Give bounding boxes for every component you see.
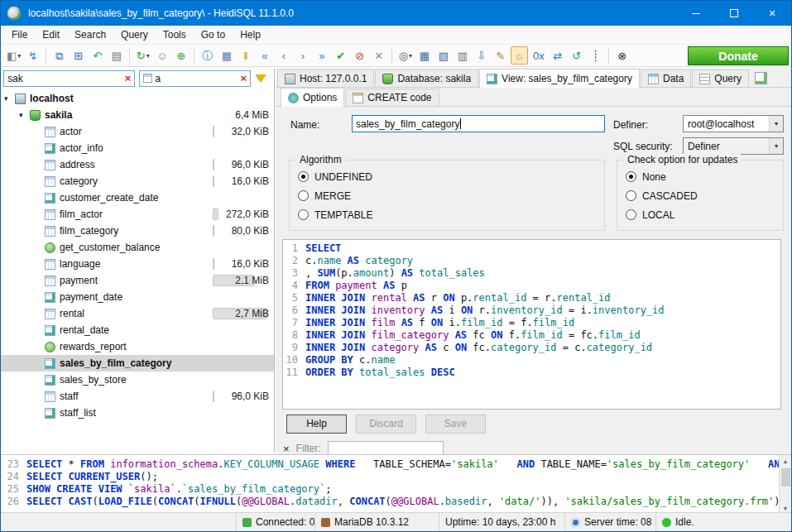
definer-select[interactable]: root@localhost ▾: [683, 115, 784, 132]
tree-item-actor-info[interactable]: actor_info: [1, 140, 274, 156]
chevron-down-icon[interactable]: ▾: [769, 116, 783, 132]
menu-search[interactable]: Search: [67, 26, 113, 43]
tree-item-payment[interactable]: payment2,1 MiB: [1, 272, 274, 289]
undo-icon[interactable]: ↶: [89, 46, 106, 65]
tree-item-rental[interactable]: rental2,7 MiB: [1, 305, 274, 322]
expand-icon[interactable]: ▾: [19, 111, 30, 119]
tree-item-sales-by-store[interactable]: sales_by_store: [1, 371, 274, 388]
clear-icon[interactable]: ✕: [370, 46, 387, 65]
tree-item-sakila[interactable]: ▾sakila6,4 MiB: [1, 107, 274, 123]
print-icon[interactable]: ▤: [108, 46, 125, 65]
insert-value-icon[interactable]: ⇩: [473, 46, 490, 65]
user-manager-icon[interactable]: ☺: [153, 46, 170, 65]
grid-icon[interactable]: ▦: [415, 46, 433, 65]
paste-icon[interactable]: ⊞: [70, 46, 87, 65]
radio-undefined[interactable]: UNDEFINED: [290, 167, 604, 186]
maximize-button[interactable]: [715, 1, 753, 26]
clear-table-filter-icon[interactable]: ×: [125, 72, 132, 84]
subtab-create-code[interactable]: CREATE code: [345, 89, 439, 106]
create-database-icon[interactable]: ⊕: [172, 46, 190, 65]
tab-host-127-0-0-1[interactable]: Host: 127.0.0.1: [277, 69, 374, 87]
session-manager-icon[interactable]: ◧▾: [5, 46, 22, 65]
sql-log[interactable]: 23SELECT * FROM information_schema.KEY_C…: [1, 454, 791, 514]
pause-icon[interactable]: ‖: [237, 46, 254, 65]
info-icon[interactable]: ⓘ: [199, 46, 216, 65]
tree-item-sales-by-film-category[interactable]: sales_by_film_category: [1, 355, 274, 371]
disconnect-icon[interactable]: ↯: [24, 46, 41, 65]
minimize-button[interactable]: ─: [677, 1, 715, 26]
line-number: 26: [1, 496, 26, 508]
table-filter-input[interactable]: sak ×: [3, 70, 135, 87]
search-icon[interactable]: ◎▾: [396, 46, 414, 65]
scroll-up-icon[interactable]: ▲: [783, 455, 789, 467]
tree-item-actor[interactable]: actor32,0 KiB: [1, 123, 274, 140]
previous-record-icon[interactable]: ‹: [275, 46, 292, 65]
edit-icon[interactable]: ✎: [492, 46, 509, 65]
radio-cascaded[interactable]: CASCADED: [617, 186, 783, 205]
chevron-down-icon[interactable]: ▾: [769, 138, 783, 154]
donate-button[interactable]: Donate: [688, 46, 789, 65]
data-filter-input[interactable]: a ×: [139, 70, 251, 87]
title-bar[interactable]: localhost\sakila\sales_by_film_category\…: [1, 1, 791, 26]
post-icon[interactable]: ✔: [332, 46, 349, 65]
tab-database-sakila[interactable]: Database: sakila: [375, 69, 478, 87]
reload-icon[interactable]: ↺: [568, 46, 585, 65]
first-record-icon[interactable]: «: [256, 46, 273, 65]
tab-view-sales-by-film-category[interactable]: View: sales_by_film_category: [479, 69, 640, 88]
subtab-options[interactable]: Options: [281, 88, 344, 107]
scroll-thumb[interactable]: [781, 468, 790, 486]
refresh-icon[interactable]: ↻▾: [134, 46, 151, 65]
menu-go-to[interactable]: Go to: [194, 26, 233, 43]
tree-item-category[interactable]: category16,0 KiB: [1, 173, 274, 189]
tree-item-payment-date[interactable]: payment_date: [1, 289, 274, 305]
radio-local[interactable]: LOCAL: [617, 205, 783, 224]
radio-none[interactable]: None: [617, 167, 783, 186]
menu-help[interactable]: Help: [233, 26, 268, 43]
tree-item-rental-date[interactable]: rental_date: [1, 322, 274, 338]
last-record-icon[interactable]: »: [313, 46, 330, 65]
documents-icon[interactable]: ▥: [454, 46, 471, 65]
tree-item-customer-create-date[interactable]: customer_create_date: [1, 189, 274, 206]
tree-item-film-category[interactable]: film_category80,0 KiB: [1, 223, 274, 239]
copy-icon[interactable]: ⧉: [50, 46, 68, 65]
tree-item-language[interactable]: language16,0 KiB: [1, 256, 274, 272]
log-scrollbar[interactable]: ▲ ▼: [779, 455, 791, 514]
close-button[interactable]: ×: [753, 1, 791, 26]
new-query-tab-icon[interactable]: [755, 72, 767, 84]
radio-temptable[interactable]: TEMPTABLE: [290, 205, 604, 224]
tab-query[interactable]: Query: [692, 69, 749, 87]
swap-icon[interactable]: ⇄: [549, 46, 566, 65]
sql-security-select[interactable]: Definer ▾: [683, 137, 784, 155]
close-filter-icon[interactable]: ×: [283, 443, 290, 455]
view-name-input[interactable]: sales_by_film_category: [352, 115, 605, 132]
preferences-icon[interactable]: ▦: [218, 46, 235, 65]
menu-tools[interactable]: Tools: [156, 26, 194, 43]
filter-funnel-icon[interactable]: [255, 74, 266, 83]
tree-item-staff[interactable]: staff96,0 KiB: [1, 388, 274, 405]
clear-data-filter-icon[interactable]: ×: [240, 72, 247, 84]
overflow-icon[interactable]: ┊: [587, 46, 604, 65]
tree-item-film-actor[interactable]: film_actor272,0 KiB: [1, 206, 274, 223]
tree-item-staff-list[interactable]: staff_list: [1, 405, 274, 421]
tree-item-address[interactable]: address96,0 KiB: [1, 156, 274, 173]
cancel-icon[interactable]: ⊘: [351, 46, 368, 65]
menu-query[interactable]: Query: [113, 26, 156, 43]
dropdown-arrow-icon[interactable]: ▾: [409, 52, 412, 60]
dropdown-arrow-icon[interactable]: ▾: [146, 52, 150, 60]
hex-view-icon[interactable]: 0x: [530, 46, 547, 65]
radio-merge[interactable]: MERGE: [290, 186, 604, 205]
sql-editor[interactable]: 1SELECT2c.name AS category3, SUM(p.amoun…: [282, 239, 781, 410]
tab-data[interactable]: Data: [641, 69, 691, 87]
dropdown-arrow-icon[interactable]: ▾: [17, 52, 21, 60]
syntax-highlight-icon[interactable]: ☼: [511, 46, 528, 65]
export-grid-icon[interactable]: ▧: [434, 46, 452, 65]
next-record-icon[interactable]: ›: [294, 46, 311, 65]
tree-item-localhost[interactable]: ▾localhost: [1, 90, 274, 107]
tree-item-rewards-report[interactable]: rewards_report: [1, 338, 274, 355]
help-button[interactable]: Help: [286, 415, 347, 434]
expand-icon[interactable]: ▾: [4, 94, 15, 103]
tree-item-get-customer-balance[interactable]: get_customer_balance: [1, 239, 274, 256]
menu-edit[interactable]: Edit: [35, 26, 67, 43]
menu-file[interactable]: File: [4, 26, 35, 43]
stop-icon[interactable]: ⊗: [613, 46, 631, 65]
